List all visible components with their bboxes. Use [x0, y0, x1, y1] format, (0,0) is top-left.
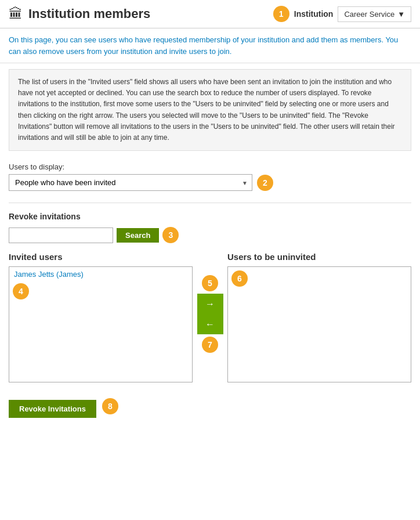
badge-7: 7: [202, 337, 218, 353]
users-display-label: Users to display:: [9, 162, 411, 171]
uninvited-users-column: Users to be uninvited 6: [227, 252, 411, 382]
badge-2: 2: [257, 175, 273, 191]
info-box-text: The list of users in the "Invited users"…: [18, 78, 395, 142]
move-left-button[interactable]: ←: [197, 314, 223, 334]
badge-8: 8: [102, 398, 118, 414]
users-display-row: People who have been invited All users P…: [9, 174, 411, 191]
badge-4: 4: [13, 283, 29, 299]
uninvited-users-list[interactable]: 6: [227, 266, 411, 382]
users-display-dropdown-wrapper: People who have been invited All users P…: [9, 174, 252, 191]
institution-badge-area: 1 Institution Career Service ▼: [273, 6, 411, 22]
revoke-invitations-button[interactable]: Revoke Invitations: [9, 400, 96, 418]
search-row: Search 3: [9, 227, 411, 243]
dropdown-arrow-icon: ▼: [397, 10, 405, 19]
page-header: 🏛 Institution members 1 Institution Care…: [0, 0, 420, 28]
move-right-button[interactable]: →: [197, 294, 223, 314]
search-button[interactable]: Search: [117, 228, 159, 243]
career-service-dropdown[interactable]: Career Service ▼: [338, 6, 411, 22]
list-item[interactable]: James Jetts (James): [9, 267, 192, 281]
uninvited-users-title: Users to be uninvited: [227, 252, 411, 262]
invited-users-title: Invited users: [9, 252, 193, 262]
badge-3: 3: [162, 227, 179, 243]
main-content: The list of users in the "Invited users"…: [0, 63, 420, 424]
arrows-column: 5 → ← 7: [193, 252, 227, 353]
revoke-section-title: Revoke invitations: [9, 212, 411, 221]
lists-container: Invited users James Jetts (James) 4 5 → …: [9, 252, 411, 382]
badge-1: 1: [273, 6, 289, 22]
users-display-dropdown[interactable]: People who have been invited All users P…: [9, 174, 252, 191]
page-title: Institution members: [28, 6, 150, 21]
revoke-invitations-section: Revoke invitations Search 3 Invited user…: [9, 203, 411, 382]
invited-users-list[interactable]: James Jetts (James) 4: [9, 266, 193, 382]
institution-label: Institution: [294, 9, 334, 19]
career-service-label: Career Service: [344, 10, 394, 19]
info-box: The list of users in the "Invited users"…: [9, 69, 411, 151]
invited-users-column: Invited users James Jetts (James) 4: [9, 252, 193, 382]
info-bar-text: On this page, you can see users who have…: [9, 35, 398, 56]
info-bar: On this page, you can see users who have…: [0, 28, 420, 63]
badge-5: 5: [202, 275, 218, 291]
header-title-area: 🏛 Institution members: [9, 6, 273, 22]
badge-6: 6: [231, 270, 248, 287]
footer-row: Revoke Invitations 8: [9, 394, 411, 418]
users-display-section: Users to display: People who have been i…: [9, 162, 411, 191]
institution-icon: 🏛: [9, 6, 23, 22]
search-input[interactable]: [9, 228, 113, 243]
